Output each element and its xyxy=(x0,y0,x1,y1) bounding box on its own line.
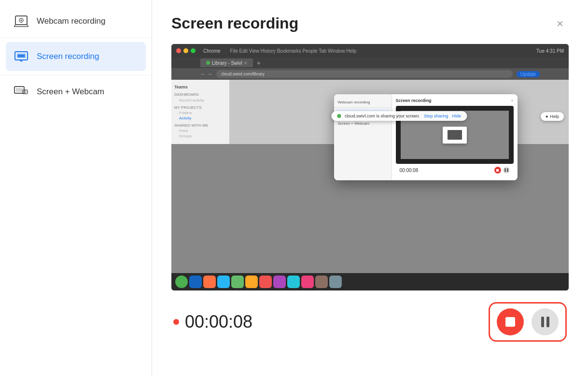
page-title: Screen recording xyxy=(171,14,298,32)
sidebar-webcam-label: Webcam recording xyxy=(37,16,105,26)
dock-icon-5 xyxy=(231,276,244,288)
content-area: Screen recording × Chrome File Edit View… xyxy=(152,0,588,377)
browser-titlebar: Chrome File Edit View History Bookmarks … xyxy=(171,44,569,58)
close-dot xyxy=(176,48,181,53)
screen-webcam-icon xyxy=(14,84,29,100)
browser-tab-bar: Library - Swivl × + xyxy=(171,58,569,68)
svg-rect-7 xyxy=(16,88,23,92)
timer-section: 00:00:08 xyxy=(173,312,252,332)
update-btn: Update xyxy=(517,71,540,77)
swivl-main: Webcam recording Screen recording Screen… xyxy=(229,80,569,144)
divider-1 xyxy=(0,38,152,38)
dock-icon-8 xyxy=(273,276,286,288)
url-text: cloud.swivl.com/library xyxy=(221,72,265,76)
swivl-sidebar: Teams DASHBOARD Recent activity MY PROJE… xyxy=(171,80,229,144)
maximize-dot xyxy=(191,48,196,53)
content-header: Screen recording × xyxy=(171,14,569,32)
recording-controls: 00:00:08 xyxy=(171,302,569,342)
tab-label: Library - Swivl xyxy=(212,60,242,66)
close-button[interactable]: × xyxy=(551,15,569,32)
dock-icon-9 xyxy=(287,276,300,288)
stop-recording-icon xyxy=(505,317,515,327)
window-controls xyxy=(176,48,196,53)
dock-icon-12 xyxy=(329,276,342,288)
sidebar-item-screen-webcam[interactable]: Screen + Webcam xyxy=(0,75,152,108)
dock-launchpad xyxy=(189,276,202,288)
swivl-feed: Feed xyxy=(176,129,224,133)
dock-icon-4 xyxy=(217,276,230,288)
sharing-message: cloud.swivl.com is sharing your screen. xyxy=(345,114,420,118)
sidebar-item-screen[interactable]: Screen recording xyxy=(6,42,146,71)
swivl-layout: Teams DASHBOARD Recent activity MY PROJE… xyxy=(171,80,569,144)
dock-icon-3 xyxy=(203,276,216,288)
nested-pause-icon xyxy=(504,168,508,172)
nested-recording-modal: Webcam recording Screen recording Screen… xyxy=(334,94,518,180)
dock-icon-10 xyxy=(301,276,314,288)
dock-icon-7 xyxy=(259,276,272,288)
pause-bar-right xyxy=(546,317,549,327)
nested-close-icon: × xyxy=(511,98,513,103)
url-input: cloud.swivl.com/library xyxy=(216,70,513,78)
dock-icon-6 xyxy=(245,276,258,288)
nested-timer-bar: 00:00:08 xyxy=(396,164,514,176)
nested-timer-display: 00:00:08 xyxy=(400,168,419,173)
hide-button[interactable]: Hide xyxy=(452,114,462,118)
recording-dot xyxy=(173,319,179,325)
help-label: Help xyxy=(550,114,559,119)
sidebar: Webcam recording Screen recording xyxy=(0,0,152,377)
dock-finder xyxy=(175,276,188,288)
nested-stop-btn xyxy=(494,167,501,174)
browser-tab: Library - Swivl × xyxy=(200,58,253,67)
nested-pause-btn xyxy=(503,167,510,174)
svg-point-2 xyxy=(21,20,22,21)
dock-icon-11 xyxy=(315,276,328,288)
screen-share-bar: cloud.swivl.com is sharing your screen. … xyxy=(331,111,467,121)
nested-controls xyxy=(494,167,510,174)
svg-rect-5 xyxy=(18,55,25,57)
sidebar-screen-label: Screen recording xyxy=(37,52,99,61)
pause-recording-button[interactable] xyxy=(532,308,559,335)
nested-stop-icon xyxy=(496,169,499,172)
swivl-teams: Teams xyxy=(174,85,226,89)
screen-icon xyxy=(14,49,29,64)
swivl-shared: SHARED WITH ME xyxy=(174,123,226,128)
swivl-groups: Groups xyxy=(176,134,224,138)
sharing-dot xyxy=(337,114,341,118)
nested-mini-box xyxy=(443,127,467,144)
mac-dock xyxy=(171,273,569,290)
address-bar: ← → cloud.swivl.com/library Update xyxy=(171,68,569,80)
stop-recording-button[interactable] xyxy=(497,308,524,335)
stop-sharing-button[interactable]: Stop sharing xyxy=(424,114,448,118)
timer-value: 00:00:08 xyxy=(185,312,252,332)
nested-modal-main: Screen recording × xyxy=(392,94,518,180)
nested-webcam-label: Webcam recording xyxy=(334,98,392,106)
swivl-projects: MY PROJECTS xyxy=(174,105,226,110)
help-icon: ● xyxy=(546,114,548,119)
nested-modal-title: Screen recording xyxy=(396,98,432,103)
pause-bar-1 xyxy=(504,168,506,172)
menu-items: File Edit View History Bookmarks People … xyxy=(230,48,356,54)
time-display: Tue 4:31 PM xyxy=(536,48,564,54)
swivl-recent: Recent activity xyxy=(176,98,224,102)
screen-content-main: Teams DASHBOARD Recent activity MY PROJE… xyxy=(171,80,569,273)
nested-mini-screen xyxy=(448,130,462,140)
minimize-dot xyxy=(183,48,188,53)
app-container: Webcam recording Screen recording xyxy=(0,0,588,377)
help-button[interactable]: ● Help xyxy=(541,112,564,121)
control-buttons-group xyxy=(489,302,567,342)
nested-modal-sidebar: Webcam recording Screen recording Screen… xyxy=(334,94,392,180)
browser-content-bg: Teams DASHBOARD Recent activity MY PROJE… xyxy=(171,80,569,144)
pause-bar-2 xyxy=(507,168,508,172)
pause-recording-icon xyxy=(541,317,549,327)
swivl-activity: Activity xyxy=(176,116,224,120)
browser-name: Chrome xyxy=(203,48,221,54)
nested-title-bar: Screen recording × xyxy=(396,98,514,103)
screen-preview: Chrome File Edit View History Bookmarks … xyxy=(171,44,569,290)
sidebar-item-webcam[interactable]: Webcam recording xyxy=(0,5,152,38)
webcam-icon xyxy=(14,14,29,29)
pause-bar-left xyxy=(541,317,544,327)
swivl-dashboard: DASHBOARD xyxy=(174,92,226,97)
sidebar-screen-webcam-label: Screen + Webcam xyxy=(37,87,104,97)
swivl-folders: Folders xyxy=(176,111,224,115)
nested-modal-inner: Webcam recording Screen recording Screen… xyxy=(334,94,518,180)
